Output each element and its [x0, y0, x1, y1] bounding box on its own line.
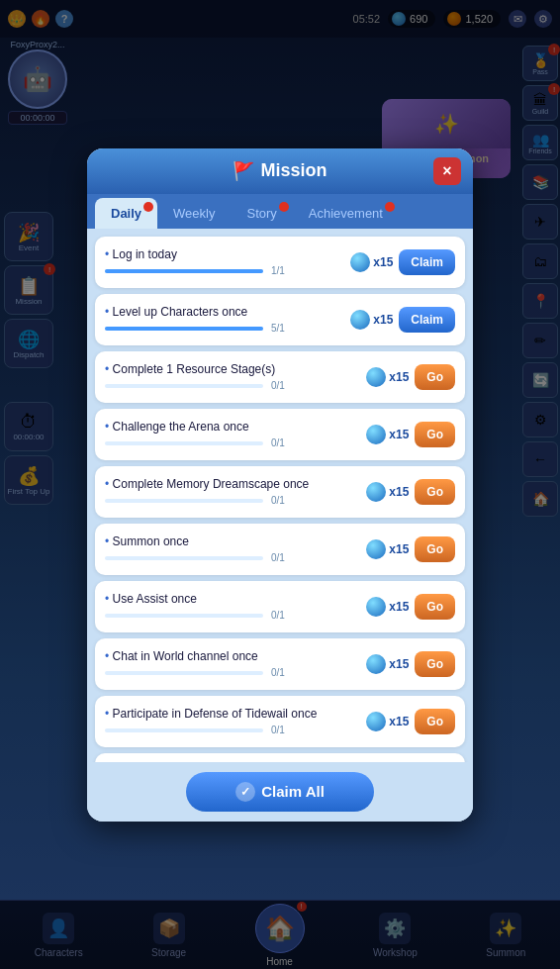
- mission-item-memory-dreamscape: Complete Memory Dreamscape once 0/1 x15 …: [95, 466, 465, 518]
- progress-bar-bg: [105, 441, 263, 445]
- reward-gem-icon: [366, 482, 386, 502]
- mission-item-defense-tidewail: Participate in Defense of Tidewail once …: [95, 696, 465, 747]
- claim-all-button[interactable]: ✓ Claim All: [186, 772, 374, 812]
- mission-reward-level-up: x15: [350, 310, 393, 330]
- mission-name-defense-tidewail: Participate in Defense of Tidewail once: [105, 707, 366, 721]
- reward-gem-icon: [366, 539, 386, 559]
- mission-item-world-chat: Chat in World channel once 0/1 x15 Go: [95, 638, 465, 690]
- modal-overlay: 🚩 Mission × Daily Weekly Story Achieveme…: [0, 0, 560, 969]
- mission-info-summon: Summon once 0/1: [105, 534, 366, 563]
- reward-gem-icon: [366, 367, 386, 387]
- mission-tabs: Daily Weekly Story Achievement: [87, 194, 473, 229]
- mission-info-challenge-arena: Challenge the Arena once 0/1: [105, 420, 366, 448]
- mission-name-memory-dreamscape: Complete Memory Dreamscape once: [105, 477, 366, 491]
- mission-right-memory-dreamscape: x15 Go: [366, 479, 455, 505]
- tab-daily-label: Daily: [111, 206, 141, 221]
- reward-count: x15: [389, 542, 409, 556]
- reward-gem-icon: [366, 425, 386, 444]
- tab-story[interactable]: Story: [231, 198, 292, 229]
- mission-reward-summon: x15: [366, 539, 409, 559]
- mission-reward-world-chat: x15: [366, 654, 409, 674]
- modal-footer: ✓ Claim All: [87, 762, 473, 822]
- tab-weekly[interactable]: Weekly: [157, 198, 231, 229]
- mission-reward-resource-stage: x15: [366, 367, 409, 387]
- reward-count: x15: [373, 255, 393, 269]
- story-tab-badge: [279, 202, 289, 212]
- reward-gem-icon: [366, 712, 386, 731]
- mission-name-challenge-arena: Challenge the Arena once: [105, 420, 366, 434]
- mission-right-challenge-arena: x15 Go: [366, 422, 455, 447]
- mission-progress-login: 1/1: [105, 265, 350, 276]
- go-button-world-chat[interactable]: Go: [415, 651, 455, 677]
- progress-bar-bg: [105, 327, 263, 331]
- mission-info-level-up: Level up Characters once 5/1: [105, 305, 350, 334]
- mission-info-assist: Use Assist once 0/1: [105, 592, 366, 621]
- tab-achievement-label: Achievement: [309, 206, 383, 221]
- reward-count: x15: [389, 485, 409, 499]
- mission-progress-defense-tidewail: 0/1: [105, 725, 366, 735]
- reward-gem-icon: [350, 252, 370, 272]
- progress-bar-bg: [105, 384, 263, 388]
- mission-item-resource-stage: Complete 1 Resource Stage(s) 0/1 x15 Go: [95, 351, 465, 403]
- progress-bar-fill: [105, 327, 263, 331]
- mission-name-login: Log in today: [105, 247, 350, 261]
- mission-modal: 🚩 Mission × Daily Weekly Story Achieveme…: [87, 148, 473, 822]
- mission-reward-challenge-arena: x15: [366, 425, 409, 444]
- achievement-tab-badge: [385, 202, 395, 212]
- mission-name-summon: Summon once: [105, 534, 366, 548]
- progress-text: 0/1: [271, 552, 285, 563]
- reward-count: x15: [389, 657, 409, 671]
- reward-count: x15: [373, 313, 393, 327]
- reward-gem-icon: [350, 310, 370, 330]
- progress-text: 0/1: [271, 725, 285, 735]
- mission-right-assist: x15 Go: [366, 594, 455, 620]
- daily-tab-badge: [143, 202, 153, 212]
- reward-count: x15: [389, 600, 409, 614]
- mission-right-login: x15 Claim: [350, 249, 455, 275]
- progress-text: 0/1: [271, 495, 285, 506]
- mission-progress-challenge-arena: 0/1: [105, 437, 366, 448]
- reward-gem-icon: [366, 597, 386, 617]
- mission-info-memory-dreamscape: Complete Memory Dreamscape once 0/1: [105, 477, 366, 506]
- go-button-challenge-arena[interactable]: Go: [415, 422, 455, 447]
- progress-text: 0/1: [271, 667, 285, 678]
- progress-bar-bg: [105, 614, 263, 618]
- go-button-resource-stage[interactable]: Go: [415, 364, 455, 390]
- mission-name-assist: Use Assist once: [105, 592, 366, 606]
- mission-name-world-chat: Chat in World channel once: [105, 649, 366, 663]
- tab-achievement[interactable]: Achievement: [293, 198, 399, 229]
- go-button-assist[interactable]: Go: [415, 594, 455, 620]
- progress-text: 0/1: [271, 610, 285, 621]
- mission-info-resource-stage: Complete 1 Resource Stage(s) 0/1: [105, 362, 366, 391]
- claim-button-login[interactable]: Claim: [399, 249, 455, 275]
- mission-reward-defense-tidewail: x15: [366, 712, 409, 731]
- progress-bar-bg: [105, 499, 263, 503]
- mission-name-resource-stage: Complete 1 Resource Stage(s): [105, 362, 366, 376]
- mission-reward-memory-dreamscape: x15: [366, 482, 409, 502]
- mission-progress-assist: 0/1: [105, 610, 366, 621]
- progress-bar-bg: [105, 671, 263, 675]
- mission-right-summon: x15 Go: [366, 536, 455, 562]
- claim-button-level-up[interactable]: Claim: [399, 307, 455, 333]
- go-button-defense-tidewail[interactable]: Go: [415, 709, 455, 734]
- mission-right-resource-stage: x15 Go: [366, 364, 455, 390]
- reward-gem-icon: [366, 654, 386, 674]
- go-button-summon[interactable]: Go: [415, 536, 455, 562]
- progress-text: 1/1: [271, 265, 285, 276]
- tab-daily[interactable]: Daily: [95, 198, 157, 229]
- mission-progress-summon: 0/1: [105, 552, 366, 563]
- mission-progress-resource-stage: 0/1: [105, 380, 366, 391]
- tab-weekly-label: Weekly: [173, 206, 215, 221]
- mission-item-challenge-arena: Challenge the Arena once 0/1 x15 Go: [95, 409, 465, 460]
- mission-info-defense-tidewail: Participate in Defense of Tidewail once …: [105, 707, 366, 735]
- mission-info-login: Log in today 1/1: [105, 247, 350, 276]
- modal-close-button[interactable]: ×: [433, 157, 461, 185]
- mission-item-level-up: Level up Characters once 5/1 x15 Claim: [95, 294, 465, 345]
- progress-text: 0/1: [271, 437, 285, 448]
- go-button-memory-dreamscape[interactable]: Go: [415, 479, 455, 505]
- progress-text: 5/1: [271, 323, 285, 334]
- mission-name-level-up: Level up Characters once: [105, 305, 350, 319]
- mission-right-level-up: x15 Claim: [350, 307, 455, 333]
- modal-header: 🚩 Mission ×: [87, 148, 473, 194]
- mission-item-craft-arcane: Craft 1 Arcane Construct(s) 0/1 x15 Go: [95, 753, 465, 762]
